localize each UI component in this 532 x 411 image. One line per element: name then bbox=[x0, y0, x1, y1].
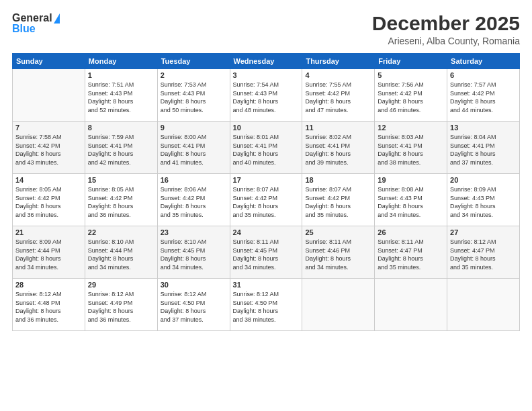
day-number: 10 bbox=[233, 124, 300, 132]
day-number: 6 bbox=[450, 71, 517, 79]
calendar-week-5: 28Sunrise: 8:12 AM Sunset: 4:48 PM Dayli… bbox=[13, 279, 520, 331]
day-number: 17 bbox=[233, 176, 300, 184]
day-info: Sunrise: 7:55 AM Sunset: 4:42 PM Dayligh… bbox=[305, 81, 371, 114]
calendar-cell: 17Sunrise: 8:07 AM Sunset: 4:42 PM Dayli… bbox=[230, 174, 302, 226]
page: General Blue December 2025 Arieseni, Alb… bbox=[0, 0, 532, 411]
day-info: Sunrise: 8:12 AM Sunset: 4:47 PM Dayligh… bbox=[450, 238, 517, 271]
day-number: 29 bbox=[88, 281, 154, 289]
day-info: Sunrise: 8:11 AM Sunset: 4:46 PM Dayligh… bbox=[305, 238, 371, 271]
calendar-cell: 2Sunrise: 7:53 AM Sunset: 4:43 PM Daylig… bbox=[157, 69, 230, 122]
location-title: Arieseni, Alba County, Romania bbox=[372, 36, 520, 46]
calendar-week-3: 14Sunrise: 8:05 AM Sunset: 4:42 PM Dayli… bbox=[13, 174, 520, 226]
calendar-cell bbox=[13, 69, 85, 122]
day-number: 13 bbox=[450, 124, 517, 132]
day-number: 8 bbox=[88, 124, 154, 132]
calendar-cell: 11Sunrise: 8:02 AM Sunset: 4:41 PM Dayli… bbox=[302, 122, 375, 174]
logo-triangle-icon bbox=[54, 13, 60, 24]
day-info: Sunrise: 7:54 AM Sunset: 4:43 PM Dayligh… bbox=[233, 81, 300, 114]
calendar-header-thursday: Thursday bbox=[302, 54, 375, 69]
day-info: Sunrise: 8:00 AM Sunset: 4:41 PM Dayligh… bbox=[161, 133, 227, 167]
day-info: Sunrise: 8:04 AM Sunset: 4:41 PM Dayligh… bbox=[450, 133, 517, 167]
day-info: Sunrise: 8:07 AM Sunset: 4:42 PM Dayligh… bbox=[233, 185, 300, 219]
calendar-cell: 25Sunrise: 8:11 AM Sunset: 4:46 PM Dayli… bbox=[302, 226, 375, 279]
calendar-cell: 26Sunrise: 8:11 AM Sunset: 4:47 PM Dayli… bbox=[375, 226, 447, 279]
day-number: 20 bbox=[450, 176, 517, 184]
calendar-cell: 12Sunrise: 8:03 AM Sunset: 4:41 PM Dayli… bbox=[375, 122, 447, 174]
calendar-cell: 16Sunrise: 8:06 AM Sunset: 4:42 PM Dayli… bbox=[157, 174, 230, 226]
day-info: Sunrise: 7:57 AM Sunset: 4:42 PM Dayligh… bbox=[450, 81, 517, 114]
day-info: Sunrise: 8:03 AM Sunset: 4:41 PM Dayligh… bbox=[378, 133, 444, 167]
day-number: 7 bbox=[15, 124, 82, 132]
day-info: Sunrise: 8:12 AM Sunset: 4:48 PM Dayligh… bbox=[15, 290, 82, 324]
day-number: 9 bbox=[161, 124, 227, 132]
calendar-cell: 3Sunrise: 7:54 AM Sunset: 4:43 PM Daylig… bbox=[230, 69, 302, 122]
calendar-header-saturday: Saturday bbox=[447, 54, 520, 69]
calendar-cell: 1Sunrise: 7:51 AM Sunset: 4:43 PM Daylig… bbox=[85, 69, 157, 122]
day-number: 12 bbox=[378, 124, 444, 132]
calendar-cell: 13Sunrise: 8:04 AM Sunset: 4:41 PM Dayli… bbox=[447, 122, 520, 174]
calendar-table: SundayMondayTuesdayWednesdayThursdayFrid… bbox=[12, 53, 520, 331]
day-info: Sunrise: 8:10 AM Sunset: 4:45 PM Dayligh… bbox=[161, 238, 227, 271]
calendar-cell: 24Sunrise: 8:11 AM Sunset: 4:45 PM Dayli… bbox=[230, 226, 302, 279]
day-number: 14 bbox=[15, 176, 82, 184]
day-info: Sunrise: 8:12 AM Sunset: 4:50 PM Dayligh… bbox=[161, 290, 227, 324]
day-number: 25 bbox=[305, 228, 371, 236]
day-number: 4 bbox=[305, 71, 371, 79]
day-info: Sunrise: 8:05 AM Sunset: 4:42 PM Dayligh… bbox=[15, 185, 82, 219]
day-info: Sunrise: 8:11 AM Sunset: 4:45 PM Dayligh… bbox=[233, 238, 300, 271]
calendar-cell: 21Sunrise: 8:09 AM Sunset: 4:44 PM Dayli… bbox=[13, 226, 85, 279]
day-info: Sunrise: 8:12 AM Sunset: 4:50 PM Dayligh… bbox=[233, 290, 300, 324]
calendar-cell: 22Sunrise: 8:10 AM Sunset: 4:44 PM Dayli… bbox=[85, 226, 157, 279]
calendar-cell: 7Sunrise: 7:58 AM Sunset: 4:42 PM Daylig… bbox=[13, 122, 85, 174]
calendar-cell: 6Sunrise: 7:57 AM Sunset: 4:42 PM Daylig… bbox=[447, 69, 520, 122]
calendar-cell: 5Sunrise: 7:56 AM Sunset: 4:42 PM Daylig… bbox=[375, 69, 447, 122]
day-info: Sunrise: 8:09 AM Sunset: 4:43 PM Dayligh… bbox=[450, 185, 517, 219]
header: General Blue December 2025 Arieseni, Alb… bbox=[12, 12, 520, 46]
day-info: Sunrise: 8:12 AM Sunset: 4:49 PM Dayligh… bbox=[88, 290, 154, 324]
calendar-cell bbox=[375, 279, 447, 331]
day-number: 15 bbox=[88, 176, 154, 184]
day-number: 2 bbox=[161, 71, 227, 79]
day-info: Sunrise: 7:59 AM Sunset: 4:41 PM Dayligh… bbox=[88, 133, 154, 167]
calendar-cell: 27Sunrise: 8:12 AM Sunset: 4:47 PM Dayli… bbox=[447, 226, 520, 279]
logo: General Blue bbox=[12, 12, 60, 35]
day-number: 5 bbox=[378, 71, 444, 79]
day-info: Sunrise: 8:05 AM Sunset: 4:42 PM Dayligh… bbox=[88, 185, 154, 219]
title-block: December 2025 Arieseni, Alba County, Rom… bbox=[372, 12, 520, 46]
calendar-cell: 28Sunrise: 8:12 AM Sunset: 4:48 PM Dayli… bbox=[13, 279, 85, 331]
day-info: Sunrise: 8:06 AM Sunset: 4:42 PM Dayligh… bbox=[161, 185, 227, 219]
calendar-cell: 4Sunrise: 7:55 AM Sunset: 4:42 PM Daylig… bbox=[302, 69, 375, 122]
day-number: 28 bbox=[15, 281, 82, 289]
calendar-header-sunday: Sunday bbox=[13, 54, 85, 69]
day-number: 24 bbox=[233, 228, 300, 236]
day-number: 16 bbox=[161, 176, 227, 184]
calendar-header-row: SundayMondayTuesdayWednesdayThursdayFrid… bbox=[13, 54, 520, 69]
calendar-cell: 8Sunrise: 7:59 AM Sunset: 4:41 PM Daylig… bbox=[85, 122, 157, 174]
calendar-cell: 20Sunrise: 8:09 AM Sunset: 4:43 PM Dayli… bbox=[447, 174, 520, 226]
day-info: Sunrise: 7:56 AM Sunset: 4:42 PM Dayligh… bbox=[378, 81, 444, 114]
day-info: Sunrise: 8:11 AM Sunset: 4:47 PM Dayligh… bbox=[378, 238, 444, 271]
calendar-cell: 14Sunrise: 8:05 AM Sunset: 4:42 PM Dayli… bbox=[13, 174, 85, 226]
day-number: 27 bbox=[450, 228, 517, 236]
calendar-week-1: 1Sunrise: 7:51 AM Sunset: 4:43 PM Daylig… bbox=[13, 69, 520, 122]
calendar-cell: 30Sunrise: 8:12 AM Sunset: 4:50 PM Dayli… bbox=[157, 279, 230, 331]
day-info: Sunrise: 8:10 AM Sunset: 4:44 PM Dayligh… bbox=[88, 238, 154, 271]
day-info: Sunrise: 7:53 AM Sunset: 4:43 PM Dayligh… bbox=[161, 81, 227, 114]
calendar-cell: 31Sunrise: 8:12 AM Sunset: 4:50 PM Dayli… bbox=[230, 279, 302, 331]
calendar-header-wednesday: Wednesday bbox=[230, 54, 302, 69]
day-info: Sunrise: 8:01 AM Sunset: 4:41 PM Dayligh… bbox=[233, 133, 300, 167]
day-number: 3 bbox=[233, 71, 300, 79]
calendar-cell: 15Sunrise: 8:05 AM Sunset: 4:42 PM Dayli… bbox=[85, 174, 157, 226]
day-info: Sunrise: 8:07 AM Sunset: 4:42 PM Dayligh… bbox=[305, 185, 371, 219]
day-number: 19 bbox=[378, 176, 444, 184]
logo-blue: Blue bbox=[12, 23, 60, 35]
calendar-header-friday: Friday bbox=[375, 54, 447, 69]
day-number: 23 bbox=[161, 228, 227, 236]
calendar-header-monday: Monday bbox=[85, 54, 157, 69]
day-info: Sunrise: 8:09 AM Sunset: 4:44 PM Dayligh… bbox=[15, 238, 82, 271]
calendar-cell: 10Sunrise: 8:01 AM Sunset: 4:41 PM Dayli… bbox=[230, 122, 302, 174]
day-number: 22 bbox=[88, 228, 154, 236]
month-title: December 2025 bbox=[372, 12, 520, 34]
calendar-cell: 29Sunrise: 8:12 AM Sunset: 4:49 PM Dayli… bbox=[85, 279, 157, 331]
calendar-cell: 9Sunrise: 8:00 AM Sunset: 4:41 PM Daylig… bbox=[157, 122, 230, 174]
